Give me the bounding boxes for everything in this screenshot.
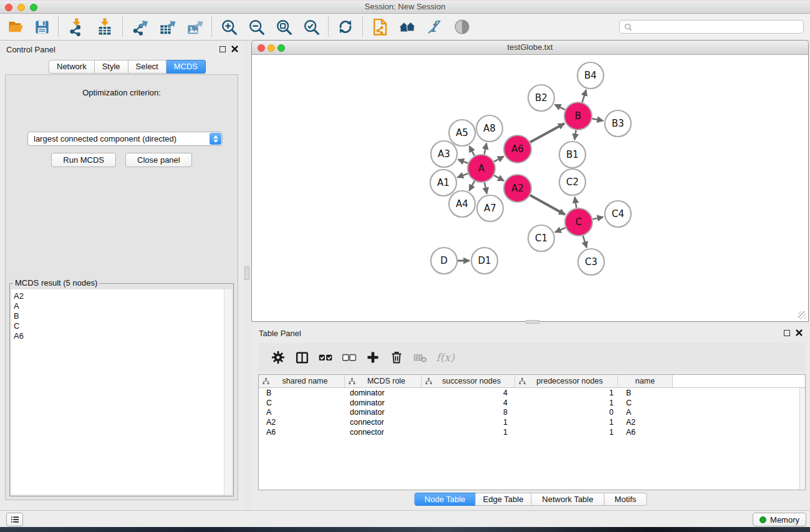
table-row[interactable]: Cdominator41C [259,398,805,408]
cytoscape-home-icon[interactable] [393,15,421,39]
graph-edge-A-A1[interactable] [457,173,468,177]
search-field[interactable] [619,20,804,34]
task-history-button[interactable] [6,513,23,526]
close-panel-icon[interactable] [231,46,238,52]
refresh-layout-icon[interactable] [332,15,359,39]
minimize-view-button[interactable] [268,44,275,52]
column-header-successor-nodes[interactable]: successor nodes [422,375,515,387]
graph-edge-A-A7[interactable] [485,182,487,193]
delete-table-icon[interactable] [408,345,432,370]
mcds-result-item[interactable]: A6 [14,331,232,341]
graph-node-label-D1: D1 [478,255,491,266]
table-row[interactable]: A6connector11A6 [259,427,805,437]
zoom-in-icon[interactable] [215,15,243,39]
zoom-out-icon[interactable] [243,15,270,39]
mcds-result-item[interactable]: C [14,321,232,331]
save-session-icon[interactable] [29,15,55,39]
column-header-predecessor-nodes[interactable]: predecessor nodes [515,375,618,387]
mcds-result-item[interactable]: A [14,301,232,311]
export-network-icon[interactable] [126,15,153,39]
zoom-selected-icon[interactable] [297,15,325,39]
optimization-criterion-label: Optimization criterion: [6,88,238,97]
graph-node-label-A2: A2 [511,183,524,194]
zoom-window-button[interactable] [30,4,37,11]
graph-edge-A-A2[interactable] [494,175,504,181]
network-graph[interactable]: B4B2BB3B1A5A8A6A3AA1A2C2A4A7C4CC1C3DD1 [253,56,809,322]
horizontal-split-grip[interactable] [526,320,539,324]
tab-network[interactable]: Network [49,60,95,74]
import-network-icon[interactable] [62,15,90,39]
run-mcds-button[interactable]: Run MCDS [51,153,116,167]
export-image-icon[interactable] [181,15,208,39]
graph-edge-C-C1[interactable] [555,228,566,232]
graph-edge-C-C2[interactable] [575,197,577,208]
column-header-name[interactable]: name [618,375,673,387]
delete-columns-icon[interactable] [385,345,408,370]
window-resize-grip[interactable] [798,311,806,319]
graph-edge-B-B1[interactable] [574,130,576,140]
graph-node-label-C3: C3 [585,256,597,268]
column-header-mcds-role[interactable]: MCDS role [345,375,422,387]
graph-edge-A6-B[interactable] [530,123,564,142]
memory-button[interactable]: Memory [753,513,806,526]
column-visibility-icon[interactable] [290,345,314,370]
graph-edge-A-A3[interactable] [458,160,468,163]
table-cell: 4 [422,399,515,407]
tab-motifs[interactable]: Motifs [604,493,647,506]
table-options-gear-icon[interactable] [266,345,290,370]
table-row[interactable]: Adominator80A [259,408,805,418]
graph-edge-A-A8[interactable] [485,143,487,155]
table-row[interactable]: A2connector11A2 [259,417,805,427]
graph-edge-A-A5[interactable] [469,146,475,156]
vertical-split-grip[interactable] [244,266,249,280]
graph-edge-A-A6[interactable] [494,157,504,162]
attribute-type-icon [519,378,526,385]
show-hide-panels-icon[interactable] [448,15,476,39]
search-input[interactable] [635,21,803,32]
table-row[interactable]: Bdominator41B [259,388,805,398]
tab-network-table[interactable]: Network Table [531,493,604,506]
float-panel-icon[interactable] [219,46,226,52]
export-table-icon[interactable] [153,15,181,39]
open-session-icon[interactable] [2,15,29,39]
add-column-icon[interactable] [361,345,385,370]
deselect-all-rows-icon[interactable] [337,345,361,370]
network-window-titlebar[interactable]: testGlobe.txt [252,41,808,55]
criterion-select[interactable]: largest connected component (directed) [27,132,223,146]
mcds-result-scrollbar[interactable] [224,289,232,495]
tab-node-table[interactable]: Node Table [415,493,476,506]
network-from-file-icon[interactable] [366,15,393,39]
toolbar-separator [362,17,363,37]
import-table-icon[interactable] [90,15,119,39]
graph-edge-B-B4[interactable] [582,90,586,102]
mcds-result-list[interactable]: A2ABCA6 [11,289,232,495]
tab-select[interactable]: Select [128,60,166,74]
mcds-result-item[interactable]: B [14,311,232,321]
graph-node-label-A3: A3 [438,148,450,160]
tab-style[interactable]: Style [95,60,128,74]
tab-mcds[interactable]: MCDS [166,60,206,74]
graphics-details-toggle-icon[interactable]: f [421,15,448,39]
zoom-fit-icon[interactable] [270,15,297,39]
attribute-type-icon [263,378,269,385]
close-window-button[interactable] [5,4,12,11]
mcds-result-item[interactable]: A2 [14,291,232,301]
graph-edge-C-C3[interactable] [583,236,587,248]
apply-function-icon[interactable]: f(x) [432,345,456,370]
graph-edge-A-A4[interactable] [469,181,475,191]
graph-edge-B-B2[interactable] [555,105,566,110]
close-table-panel-icon[interactable] [796,329,803,336]
minimize-window-button[interactable] [17,4,25,11]
graph-edge-A2-C[interactable] [530,195,565,215]
select-all-rows-icon[interactable] [314,345,337,370]
graph-edge-C-C4[interactable] [593,217,604,220]
table-scrollbar[interactable] [799,388,805,490]
close-panel-button[interactable]: Close panel [125,153,192,167]
network-canvas[interactable]: B4B2BB3B1A5A8A6A3AA1A2C2A4A7C4CC1C3DD1 [253,56,808,321]
maximize-view-button[interactable] [277,44,285,52]
close-view-button[interactable] [258,44,265,52]
column-header-shared-name[interactable]: shared name [259,375,345,387]
graph-edge-B-B3[interactable] [592,118,604,120]
float-table-panel-icon[interactable] [784,330,790,336]
tab-edge-table[interactable]: Edge Table [476,493,532,506]
